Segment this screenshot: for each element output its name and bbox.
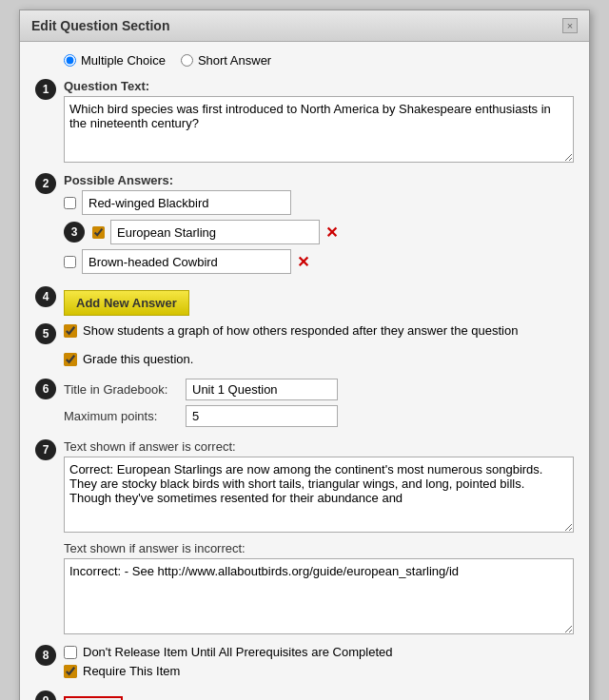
step9-content: Save Cancel Delete xyxy=(64,690,574,700)
gradebook-input[interactable] xyxy=(186,379,338,400)
step7-content: Text shown if answer is correct: Correct… xyxy=(64,439,574,637)
show-graph-row: Show students a graph of how others resp… xyxy=(64,323,574,338)
gradebook-label: Title in Gradebook: xyxy=(64,382,178,397)
step5-row: 5 Show students a graph of how others re… xyxy=(35,323,574,344)
dialog-title: Edit Question Section xyxy=(31,18,169,33)
answer-1-input[interactable] xyxy=(82,190,291,215)
step7-circle: 7 xyxy=(35,439,56,460)
short-answer-radio[interactable] xyxy=(181,54,193,67)
answer-row-3: ✕ xyxy=(64,249,574,274)
step6-circle: 6 xyxy=(35,379,56,399)
step5-circle: 5 xyxy=(35,323,56,344)
gradebook-title-row: Title in Gradebook: xyxy=(64,379,574,400)
max-points-label: Maximum points: xyxy=(64,409,178,423)
answer-2-delete[interactable]: ✕ xyxy=(325,224,338,242)
answer-3-input[interactable] xyxy=(82,249,291,274)
dialog-header: Edit Question Section × xyxy=(20,10,589,42)
answer-2-checkbox[interactable] xyxy=(92,226,105,239)
step5-content: Show students a graph of how others resp… xyxy=(64,323,574,342)
save-button[interactable]: Save xyxy=(64,696,123,700)
short-answer-option[interactable]: Short Answer xyxy=(181,53,271,68)
short-answer-label: Short Answer xyxy=(198,53,271,68)
correct-text-label: Text shown if answer is correct: xyxy=(64,439,574,454)
max-points-input[interactable] xyxy=(186,405,338,427)
multiple-choice-radio[interactable] xyxy=(64,54,76,67)
dialog-body: Multiple Choice Short Answer 1 Question … xyxy=(20,42,589,700)
answer-row-1 xyxy=(64,190,574,215)
dont-release-row: Don't Release Item Until All Prerequisit… xyxy=(64,645,574,659)
require-item-row: Require This Item xyxy=(64,664,574,678)
grade-content: Grade this question. xyxy=(64,352,574,371)
step9-row: 9 Save Cancel Delete xyxy=(35,690,574,700)
step3-circle: 3 xyxy=(64,222,85,243)
step8-circle: 8 xyxy=(35,645,56,666)
multiple-choice-label: Multiple Choice xyxy=(81,53,166,68)
step4-circle: 4 xyxy=(35,286,56,307)
step1-circle: 1 xyxy=(35,79,56,100)
require-item-checkbox[interactable] xyxy=(64,665,77,678)
step2-circle: 2 xyxy=(35,173,56,194)
question-text-label: Question Text: xyxy=(64,79,574,93)
grade-question-label: Grade this question. xyxy=(83,352,193,366)
step4-row: 4 Add New Answer xyxy=(35,286,574,316)
step1-content: Question Text: Which bird species was fi… xyxy=(64,79,574,165)
question-type-row: Multiple Choice Short Answer xyxy=(35,53,574,68)
multiple-choice-option[interactable]: Multiple Choice xyxy=(64,53,166,68)
step8-content: Don't Release Item Until All Prerequisit… xyxy=(64,645,574,683)
dont-release-checkbox[interactable] xyxy=(64,646,77,659)
step6-content: Title in Gradebook: Maximum points: xyxy=(64,379,574,432)
step2-row: 2 Possible Answers: 3 ✕ xyxy=(35,173,574,279)
incorrect-feedback-input[interactable]: Incorrect: - See http://www.allaboutbird… xyxy=(64,558,574,634)
step9-circle: 9 xyxy=(35,690,56,700)
edit-question-dialog: Edit Question Section × Multiple Choice … xyxy=(19,10,590,700)
correct-feedback-input[interactable]: Correct: European Starlings are now amon… xyxy=(64,457,574,533)
close-button[interactable]: × xyxy=(562,18,578,33)
answer-2-input[interactable] xyxy=(110,220,320,244)
grade-row: Grade this question. xyxy=(35,352,574,371)
step7-row: 7 Text shown if answer is correct: Corre… xyxy=(35,439,574,637)
add-answer-button[interactable]: Add New Answer xyxy=(64,290,189,316)
possible-answers-label: Possible Answers: xyxy=(64,173,574,187)
answer-1-checkbox[interactable] xyxy=(64,197,76,209)
require-item-label: Require This Item xyxy=(83,664,180,678)
max-points-row: Maximum points: xyxy=(64,405,574,427)
action-buttons: Save Cancel Delete xyxy=(64,696,574,700)
answer-3-delete[interactable]: ✕ xyxy=(297,253,309,271)
question-text-input[interactable]: Which bird species was first introduced … xyxy=(64,96,574,163)
answer-3-checkbox[interactable] xyxy=(64,256,76,268)
show-graph-label: Show students a graph of how others resp… xyxy=(83,323,518,338)
step4-content: Add New Answer xyxy=(64,286,574,316)
step1-row: 1 Question Text: Which bird species was … xyxy=(35,79,574,165)
answer-row-2: ✕ xyxy=(92,220,338,244)
grade-question-row: Grade this question. xyxy=(64,352,574,366)
dont-release-label: Don't Release Item Until All Prerequisit… xyxy=(83,645,392,659)
incorrect-text-label: Text shown if answer is incorrect: xyxy=(64,541,574,555)
step6-row: 6 Title in Gradebook: Maximum points: xyxy=(35,379,574,432)
step2-content: Possible Answers: 3 ✕ xyxy=(64,173,574,279)
grade-question-checkbox[interactable] xyxy=(64,353,77,366)
show-graph-checkbox[interactable] xyxy=(64,324,77,338)
step8-row: 8 Don't Release Item Until All Prerequis… xyxy=(35,645,574,683)
